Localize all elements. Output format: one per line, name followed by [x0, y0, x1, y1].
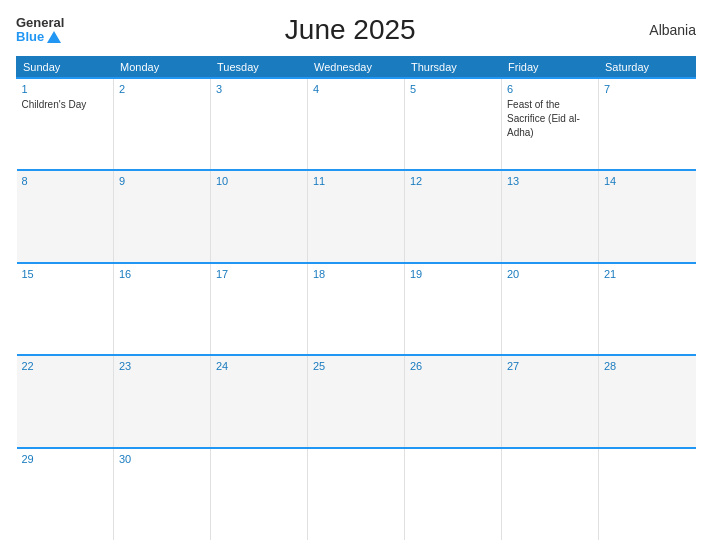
day-number: 6 — [507, 83, 593, 95]
logo: General Blue — [16, 16, 64, 45]
calendar-cell: 19 — [405, 263, 502, 355]
calendar-cell: 17 — [211, 263, 308, 355]
calendar-cell: 4 — [308, 78, 405, 170]
day-number: 5 — [410, 83, 496, 95]
day-number: 8 — [22, 175, 109, 187]
calendar-cell: 5 — [405, 78, 502, 170]
calendar-cell: 18 — [308, 263, 405, 355]
header: General Blue June 2025 Albania — [16, 14, 696, 46]
day-number: 13 — [507, 175, 593, 187]
calendar-cell: 10 — [211, 170, 308, 262]
calendar-cell: 8 — [17, 170, 114, 262]
calendar-cell: 1Children's Day — [17, 78, 114, 170]
day-number: 29 — [22, 453, 109, 465]
country-name: Albania — [636, 22, 696, 38]
calendar-cell: 29 — [17, 448, 114, 540]
day-number: 22 — [22, 360, 109, 372]
calendar-week-row: 15161718192021 — [17, 263, 696, 355]
calendar-cell: 2 — [114, 78, 211, 170]
day-number: 16 — [119, 268, 205, 280]
day-number: 21 — [604, 268, 691, 280]
day-number: 18 — [313, 268, 399, 280]
calendar-cell: 22 — [17, 355, 114, 447]
day-number: 19 — [410, 268, 496, 280]
header-sunday: Sunday — [17, 57, 114, 79]
calendar-title: June 2025 — [64, 14, 636, 46]
day-number: 9 — [119, 175, 205, 187]
calendar-cell: 9 — [114, 170, 211, 262]
calendar-cell: 13 — [502, 170, 599, 262]
day-number: 25 — [313, 360, 399, 372]
day-number: 17 — [216, 268, 302, 280]
day-number: 26 — [410, 360, 496, 372]
calendar-page: General Blue June 2025 Albania Sunday Mo… — [0, 0, 712, 550]
day-number: 1 — [22, 83, 109, 95]
calendar-cell: 28 — [599, 355, 696, 447]
header-wednesday: Wednesday — [308, 57, 405, 79]
day-event: Children's Day — [22, 99, 87, 110]
day-number: 2 — [119, 83, 205, 95]
calendar-cell — [308, 448, 405, 540]
day-number: 12 — [410, 175, 496, 187]
day-number: 27 — [507, 360, 593, 372]
day-number: 3 — [216, 83, 302, 95]
calendar-cell: 6Feast of the Sacrifice (Eid al-Adha) — [502, 78, 599, 170]
weekday-header-row: Sunday Monday Tuesday Wednesday Thursday… — [17, 57, 696, 79]
calendar-cell: 30 — [114, 448, 211, 540]
calendar-table: Sunday Monday Tuesday Wednesday Thursday… — [16, 56, 696, 540]
day-number: 15 — [22, 268, 109, 280]
calendar-cell: 25 — [308, 355, 405, 447]
calendar-cell — [405, 448, 502, 540]
calendar-cell: 12 — [405, 170, 502, 262]
calendar-cell: 15 — [17, 263, 114, 355]
logo-general-text: General — [16, 16, 64, 30]
day-number: 11 — [313, 175, 399, 187]
calendar-cell: 7 — [599, 78, 696, 170]
day-number: 23 — [119, 360, 205, 372]
calendar-cell: 21 — [599, 263, 696, 355]
day-event: Feast of the Sacrifice (Eid al-Adha) — [507, 99, 580, 138]
day-number: 30 — [119, 453, 205, 465]
calendar-cell — [599, 448, 696, 540]
day-number: 24 — [216, 360, 302, 372]
calendar-cell: 3 — [211, 78, 308, 170]
day-number: 20 — [507, 268, 593, 280]
logo-triangle-icon — [47, 31, 61, 43]
calendar-cell: 24 — [211, 355, 308, 447]
logo-blue-text: Blue — [16, 30, 61, 44]
calendar-week-row: 891011121314 — [17, 170, 696, 262]
calendar-cell — [211, 448, 308, 540]
header-friday: Friday — [502, 57, 599, 79]
header-thursday: Thursday — [405, 57, 502, 79]
day-number: 14 — [604, 175, 691, 187]
header-saturday: Saturday — [599, 57, 696, 79]
header-monday: Monday — [114, 57, 211, 79]
calendar-cell: 23 — [114, 355, 211, 447]
header-tuesday: Tuesday — [211, 57, 308, 79]
calendar-week-row: 1Children's Day23456Feast of the Sacrifi… — [17, 78, 696, 170]
day-number: 10 — [216, 175, 302, 187]
day-number: 4 — [313, 83, 399, 95]
calendar-week-row: 2930 — [17, 448, 696, 540]
day-number: 7 — [604, 83, 691, 95]
calendar-cell: 20 — [502, 263, 599, 355]
calendar-cell: 26 — [405, 355, 502, 447]
calendar-cell — [502, 448, 599, 540]
day-number: 28 — [604, 360, 691, 372]
calendar-cell: 27 — [502, 355, 599, 447]
calendar-cell: 11 — [308, 170, 405, 262]
calendar-cell: 14 — [599, 170, 696, 262]
calendar-week-row: 22232425262728 — [17, 355, 696, 447]
calendar-cell: 16 — [114, 263, 211, 355]
